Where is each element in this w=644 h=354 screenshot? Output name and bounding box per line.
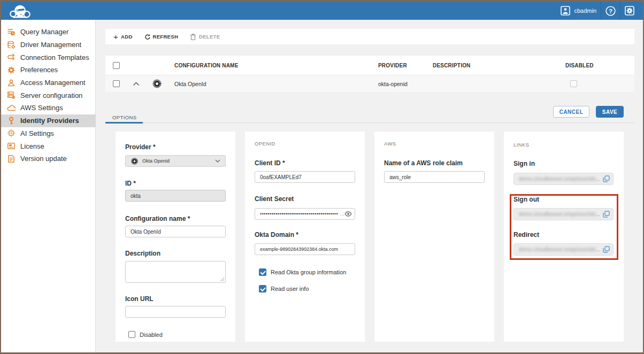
svg-text:?: ? (609, 7, 612, 14)
